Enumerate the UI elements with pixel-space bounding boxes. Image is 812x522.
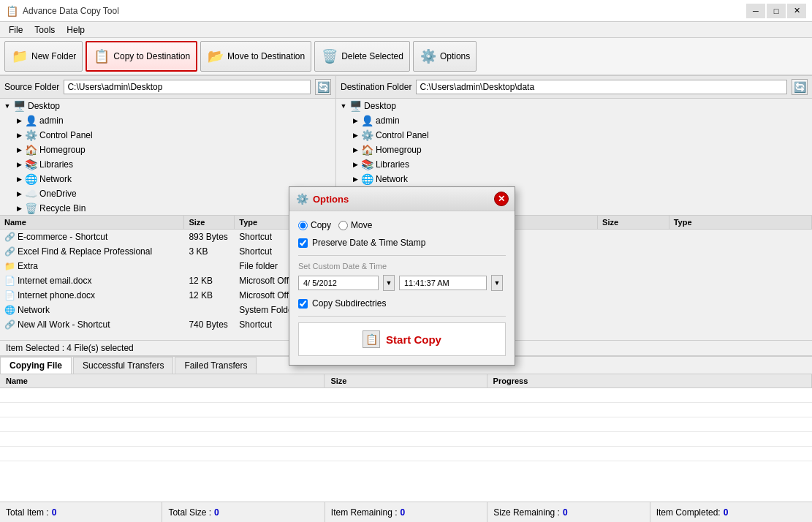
- expand-icon[interactable]: ▶: [351, 160, 360, 169]
- move-radio[interactable]: [338, 221, 348, 230]
- time-input[interactable]: [399, 276, 487, 290]
- file-size: 3 KB: [184, 246, 235, 257]
- menu-file[interactable]: File: [3, 23, 29, 37]
- size-remaining-cell: Size Remaining : 0: [487, 502, 650, 522]
- tree-item-label: Desktop: [28, 101, 60, 111]
- empty-row: [0, 432, 812, 447]
- copy-radio-label[interactable]: Copy: [298, 220, 331, 230]
- time-spin-button[interactable]: ▼: [491, 275, 503, 291]
- expand-icon[interactable]: ▶: [15, 204, 23, 213]
- copy-radio[interactable]: [298, 221, 308, 230]
- file-row[interactable]: 🔗New All Work - Shortcut 740 Bytes Short…: [0, 317, 335, 332]
- tab-copying-file[interactable]: Copying File: [0, 357, 72, 374]
- tree-item[interactable]: ▶ 📚 Libraries: [0, 157, 335, 172]
- source-tree[interactable]: ▼ 🖥️ Desktop ▶ 👤 admin ▶ ⚙️ Control Pane…: [0, 99, 335, 216]
- copy-move-row: Copy Move: [298, 220, 506, 230]
- delete-selected-button[interactable]: 🗑️ Delete Selected: [314, 41, 410, 72]
- file-row[interactable]: 📁Extra File folder: [0, 259, 335, 273]
- tree-item[interactable]: ▼ 🖥️ Desktop: [0, 99, 335, 113]
- tree-item-label: Network: [376, 174, 408, 184]
- item-remaining-value: 0: [401, 507, 406, 518]
- file-name: E-commerce - Shortcut: [18, 232, 107, 242]
- expand-icon[interactable]: ▶: [15, 131, 23, 140]
- tree-item[interactable]: ▶ 👤 admin: [336, 113, 812, 128]
- tree-item[interactable]: ▶ 🏠 Homegroup: [336, 143, 812, 157]
- expand-icon[interactable]: ▶: [351, 175, 360, 184]
- copy-to-destination-button[interactable]: 📋 Copy to Destination: [86, 41, 197, 72]
- total-item-value: 0: [52, 507, 57, 518]
- tree-item[interactable]: ▶ 🌐 Network: [336, 172, 812, 186]
- file-row[interactable]: 📄Internet phone.docx 12 KB Microsoft Off…: [0, 288, 335, 303]
- tree-item-label: Libraries: [39, 159, 73, 170]
- tree-item[interactable]: ▶ ⚙️ Control Panel: [0, 128, 335, 143]
- move-to-destination-button[interactable]: 📂 Move to Destination: [200, 41, 311, 72]
- tab-successful-transfers[interactable]: Successful Transfers: [73, 357, 173, 374]
- expand-icon[interactable]: ▶: [15, 175, 23, 184]
- expand-icon[interactable]: ▶: [15, 189, 23, 198]
- expand-icon[interactable]: ▶: [351, 116, 360, 125]
- file-row[interactable]: 📄Internet email.docx 12 KB Microsoft Off…: [0, 273, 335, 288]
- empty-row: [0, 417, 812, 432]
- empty-row: [0, 447, 812, 461]
- close-button[interactable]: ✕: [787, 4, 806, 18]
- size-column-header: Size: [325, 374, 487, 387]
- tree-item[interactable]: ▶ 🏠 Homegroup: [0, 143, 335, 157]
- tree-item[interactable]: ▶ 🌐 Network: [0, 172, 335, 186]
- destination-refresh-button[interactable]: 🔄: [792, 79, 808, 95]
- destination-path-input[interactable]: [416, 80, 787, 94]
- tree-item-label: Desktop: [364, 101, 396, 111]
- date-input[interactable]: [298, 276, 379, 290]
- new-folder-button[interactable]: 📁 New Folder: [4, 41, 83, 72]
- copy-icon: 📋: [93, 48, 110, 65]
- recycle-icon: 🗑️: [25, 203, 37, 214]
- tab-failed-transfers[interactable]: Failed Transfers: [175, 357, 257, 374]
- control-panel-icon: ⚙️: [25, 129, 37, 141]
- file-row[interactable]: 🔗Excel Find & Replace Professional 3 KB …: [0, 244, 335, 259]
- expand-icon[interactable]: ▼: [339, 102, 348, 110]
- options-button[interactable]: ⚙️ Options: [413, 41, 477, 72]
- expand-icon[interactable]: ▶: [15, 145, 23, 154]
- delete-selected-label: Delete Selected: [341, 51, 403, 61]
- file-size: [184, 265, 235, 267]
- move-radio-label[interactable]: Move: [338, 220, 372, 230]
- size-column-header: Size: [184, 216, 235, 229]
- tree-item[interactable]: ▶ 📚 Libraries: [336, 157, 812, 172]
- tree-item-label: Network: [39, 174, 72, 184]
- source-file-list[interactable]: 🔗E-commerce - Shortcut 893 Bytes Shortcu…: [0, 230, 335, 340]
- preserve-checkbox-row: Preserve Date & Time Stamp: [298, 238, 506, 248]
- expand-icon[interactable]: ▶: [15, 160, 23, 169]
- source-path-input[interactable]: [64, 80, 311, 94]
- preserve-label: Preserve Date & Time Stamp: [312, 238, 425, 248]
- expand-icon[interactable]: ▼: [3, 102, 12, 110]
- start-copy-icon: 📋: [363, 330, 380, 348]
- bottom-table-body[interactable]: [0, 388, 812, 502]
- user-icon: 👤: [361, 115, 373, 126]
- start-copy-button[interactable]: 📋 Start Copy: [298, 322, 506, 356]
- copy-subdirs-checkbox[interactable]: [298, 299, 308, 309]
- total-item-cell: Total Item : 0: [0, 502, 162, 522]
- source-refresh-button[interactable]: 🔄: [315, 79, 331, 95]
- menu-help[interactable]: Help: [61, 23, 91, 37]
- minimize-button[interactable]: ─: [746, 4, 765, 18]
- destination-header: Destination Folder 🔄: [336, 76, 812, 99]
- copy-radio-text: Copy: [311, 220, 331, 230]
- tree-item[interactable]: ▶ ⚙️ Control Panel: [336, 128, 812, 143]
- expand-icon[interactable]: ▶: [15, 116, 23, 125]
- dialog-titlebar: ⚙️ Options ✕: [289, 187, 515, 211]
- tree-item[interactable]: ▶ 🗑️ Recycle Bin: [0, 201, 335, 216]
- tree-item[interactable]: ▶ 👤 admin: [0, 113, 335, 128]
- footer: Total Item : 0 Total Size : 0 Item Remai…: [0, 502, 812, 522]
- tree-item[interactable]: ▼ 🖥️ Desktop: [336, 99, 812, 113]
- dialog-close-button[interactable]: ✕: [494, 192, 509, 206]
- tree-item[interactable]: ▶ ☁️ OneDrive: [0, 186, 335, 201]
- file-row[interactable]: 🔗E-commerce - Shortcut 893 Bytes Shortcu…: [0, 230, 335, 244]
- preserve-checkbox[interactable]: [298, 238, 308, 248]
- file-row[interactable]: 🌐Network System Folde: [0, 303, 335, 317]
- expand-icon[interactable]: ▶: [351, 145, 360, 154]
- type-column-header: Type: [669, 216, 812, 229]
- maximize-button[interactable]: □: [767, 4, 786, 18]
- total-item-label: Total Item :: [6, 507, 49, 518]
- expand-icon[interactable]: ▶: [351, 131, 360, 140]
- menu-tools[interactable]: Tools: [29, 23, 61, 37]
- date-spin-button[interactable]: ▼: [383, 275, 395, 291]
